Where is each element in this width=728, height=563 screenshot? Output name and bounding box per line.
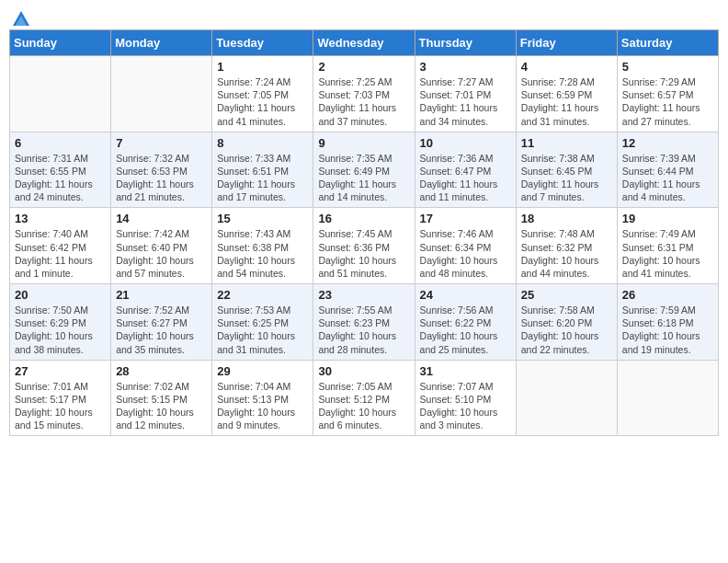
- day-number: 15: [217, 212, 308, 225]
- logo-icon: [11, 9, 31, 29]
- day-info: Sunrise: 7:56 AMSunset: 6:22 PMDaylight:…: [420, 304, 511, 356]
- day-info: Sunrise: 7:28 AMSunset: 6:59 PMDaylight:…: [521, 75, 612, 128]
- day-number: 26: [622, 288, 713, 302]
- day-info: Sunrise: 7:05 AMSunset: 5:12 PMDaylight:…: [318, 380, 409, 432]
- calendar-day-7: 7Sunrise: 7:32 AMSunset: 6:53 PMDaylight…: [111, 132, 212, 208]
- weekday-header-thursday: Thursday: [415, 30, 516, 56]
- calendar-day-5: 5Sunrise: 7:29 AMSunset: 6:57 PMDaylight…: [617, 56, 718, 132]
- day-info: Sunrise: 7:53 AMSunset: 6:25 PMDaylight:…: [217, 304, 308, 356]
- calendar-day-15: 15Sunrise: 7:43 AMSunset: 6:38 PMDayligh…: [212, 208, 313, 284]
- day-number: 28: [116, 364, 207, 378]
- calendar-day-2: 2Sunrise: 7:25 AMSunset: 7:03 PMDaylight…: [313, 56, 415, 132]
- calendar-week-row: 1Sunrise: 7:24 AMSunset: 7:05 PMDaylight…: [10, 56, 719, 132]
- day-info: Sunrise: 7:02 AMSunset: 5:15 PMDaylight:…: [116, 380, 207, 432]
- day-number: 9: [318, 136, 409, 150]
- day-number: 31: [420, 364, 511, 378]
- day-number: 12: [622, 136, 713, 150]
- day-info: Sunrise: 7:29 AMSunset: 6:57 PMDaylight:…: [622, 75, 713, 128]
- calendar-day-13: 13Sunrise: 7:40 AMSunset: 6:42 PMDayligh…: [10, 208, 111, 284]
- calendar-day-10: 10Sunrise: 7:36 AMSunset: 6:47 PMDayligh…: [415, 132, 516, 208]
- day-info: Sunrise: 7:43 AMSunset: 6:38 PMDaylight:…: [217, 227, 308, 280]
- day-number: 29: [217, 364, 308, 378]
- day-number: 8: [217, 136, 308, 150]
- calendar-day-28: 28Sunrise: 7:02 AMSunset: 5:15 PMDayligh…: [111, 360, 212, 436]
- calendar-day-22: 22Sunrise: 7:53 AMSunset: 6:25 PMDayligh…: [212, 284, 313, 361]
- calendar-week-row: 13Sunrise: 7:40 AMSunset: 6:42 PMDayligh…: [10, 208, 719, 284]
- day-info: Sunrise: 7:35 AMSunset: 6:49 PMDaylight:…: [318, 152, 409, 204]
- weekday-header-row: SundayMondayTuesdayWednesdayThursdayFrid…: [10, 30, 719, 56]
- day-number: 19: [622, 212, 713, 225]
- day-info: Sunrise: 7:25 AMSunset: 7:03 PMDaylight:…: [318, 75, 409, 128]
- calendar-empty-cell: [10, 56, 111, 132]
- calendar-day-17: 17Sunrise: 7:46 AMSunset: 6:34 PMDayligh…: [415, 208, 516, 284]
- day-info: Sunrise: 7:27 AMSunset: 7:01 PMDaylight:…: [420, 75, 511, 128]
- calendar-day-12: 12Sunrise: 7:39 AMSunset: 6:44 PMDayligh…: [617, 132, 718, 208]
- calendar-empty-cell: [111, 56, 212, 132]
- calendar-day-23: 23Sunrise: 7:55 AMSunset: 6:23 PMDayligh…: [313, 284, 415, 361]
- weekday-header-monday: Monday: [111, 30, 212, 56]
- calendar-day-26: 26Sunrise: 7:59 AMSunset: 6:18 PMDayligh…: [617, 284, 718, 361]
- day-number: 16: [318, 212, 409, 225]
- day-info: Sunrise: 7:46 AMSunset: 6:34 PMDaylight:…: [420, 227, 511, 280]
- calendar-day-4: 4Sunrise: 7:28 AMSunset: 6:59 PMDaylight…: [516, 56, 617, 132]
- calendar-day-29: 29Sunrise: 7:04 AMSunset: 5:13 PMDayligh…: [212, 360, 313, 436]
- day-number: 1: [217, 60, 308, 74]
- calendar-day-20: 20Sunrise: 7:50 AMSunset: 6:29 PMDayligh…: [10, 284, 111, 361]
- calendar-day-3: 3Sunrise: 7:27 AMSunset: 7:01 PMDaylight…: [415, 56, 516, 132]
- weekday-header-wednesday: Wednesday: [313, 30, 415, 56]
- day-info: Sunrise: 7:58 AMSunset: 6:20 PMDaylight:…: [521, 304, 612, 356]
- day-info: Sunrise: 7:39 AMSunset: 6:44 PMDaylight:…: [622, 152, 713, 204]
- day-number: 11: [521, 136, 612, 150]
- day-info: Sunrise: 7:59 AMSunset: 6:18 PMDaylight:…: [622, 304, 713, 356]
- day-info: Sunrise: 7:42 AMSunset: 6:40 PMDaylight:…: [116, 227, 207, 280]
- day-number: 23: [318, 288, 409, 302]
- day-number: 10: [420, 136, 511, 150]
- day-number: 3: [420, 60, 511, 74]
- day-info: Sunrise: 7:36 AMSunset: 6:47 PMDaylight:…: [420, 152, 511, 204]
- calendar-day-6: 6Sunrise: 7:31 AMSunset: 6:55 PMDaylight…: [10, 132, 111, 208]
- day-number: 17: [420, 212, 511, 225]
- calendar-day-14: 14Sunrise: 7:42 AMSunset: 6:40 PMDayligh…: [111, 208, 212, 284]
- day-info: Sunrise: 7:40 AMSunset: 6:42 PMDaylight:…: [15, 227, 106, 280]
- calendar-table: SundayMondayTuesdayWednesdayThursdayFrid…: [9, 29, 719, 436]
- day-info: Sunrise: 7:32 AMSunset: 6:53 PMDaylight:…: [116, 152, 207, 204]
- calendar-empty-cell: [617, 360, 718, 436]
- day-info: Sunrise: 7:24 AMSunset: 7:05 PMDaylight:…: [217, 75, 308, 128]
- day-number: 21: [116, 288, 207, 302]
- logo: [9, 9, 31, 24]
- day-number: 25: [521, 288, 612, 302]
- day-number: 27: [15, 364, 106, 378]
- calendar-day-27: 27Sunrise: 7:01 AMSunset: 5:17 PMDayligh…: [10, 360, 111, 436]
- weekday-header-tuesday: Tuesday: [212, 30, 313, 56]
- day-number: 5: [622, 60, 713, 74]
- day-number: 7: [116, 136, 207, 150]
- day-number: 20: [15, 288, 106, 302]
- calendar-week-row: 20Sunrise: 7:50 AMSunset: 6:29 PMDayligh…: [10, 284, 719, 361]
- calendar-week-row: 6Sunrise: 7:31 AMSunset: 6:55 PMDaylight…: [10, 132, 719, 208]
- day-info: Sunrise: 7:48 AMSunset: 6:32 PMDaylight:…: [521, 227, 612, 280]
- day-info: Sunrise: 7:49 AMSunset: 6:31 PMDaylight:…: [622, 227, 713, 280]
- calendar-day-18: 18Sunrise: 7:48 AMSunset: 6:32 PMDayligh…: [516, 208, 617, 284]
- day-info: Sunrise: 7:38 AMSunset: 6:45 PMDaylight:…: [521, 152, 612, 204]
- weekday-header-friday: Friday: [516, 30, 617, 56]
- day-info: Sunrise: 7:04 AMSunset: 5:13 PMDaylight:…: [217, 380, 308, 432]
- day-number: 22: [217, 288, 308, 302]
- day-number: 30: [318, 364, 409, 378]
- weekday-header-sunday: Sunday: [10, 30, 111, 56]
- weekday-header-saturday: Saturday: [617, 30, 718, 56]
- day-number: 4: [521, 60, 612, 74]
- day-number: 14: [116, 212, 207, 225]
- calendar-day-9: 9Sunrise: 7:35 AMSunset: 6:49 PMDaylight…: [313, 132, 415, 208]
- day-number: 6: [15, 136, 106, 150]
- calendar-day-24: 24Sunrise: 7:56 AMSunset: 6:22 PMDayligh…: [415, 284, 516, 361]
- day-info: Sunrise: 7:33 AMSunset: 6:51 PMDaylight:…: [217, 152, 308, 204]
- day-info: Sunrise: 7:45 AMSunset: 6:36 PMDaylight:…: [318, 227, 409, 280]
- calendar-day-21: 21Sunrise: 7:52 AMSunset: 6:27 PMDayligh…: [111, 284, 212, 361]
- calendar-day-11: 11Sunrise: 7:38 AMSunset: 6:45 PMDayligh…: [516, 132, 617, 208]
- calendar-week-row: 27Sunrise: 7:01 AMSunset: 5:17 PMDayligh…: [10, 360, 719, 436]
- calendar-day-31: 31Sunrise: 7:07 AMSunset: 5:10 PMDayligh…: [415, 360, 516, 436]
- calendar-day-25: 25Sunrise: 7:58 AMSunset: 6:20 PMDayligh…: [516, 284, 617, 361]
- day-number: 13: [15, 212, 106, 225]
- day-info: Sunrise: 7:01 AMSunset: 5:17 PMDaylight:…: [15, 380, 106, 432]
- day-number: 2: [318, 60, 409, 74]
